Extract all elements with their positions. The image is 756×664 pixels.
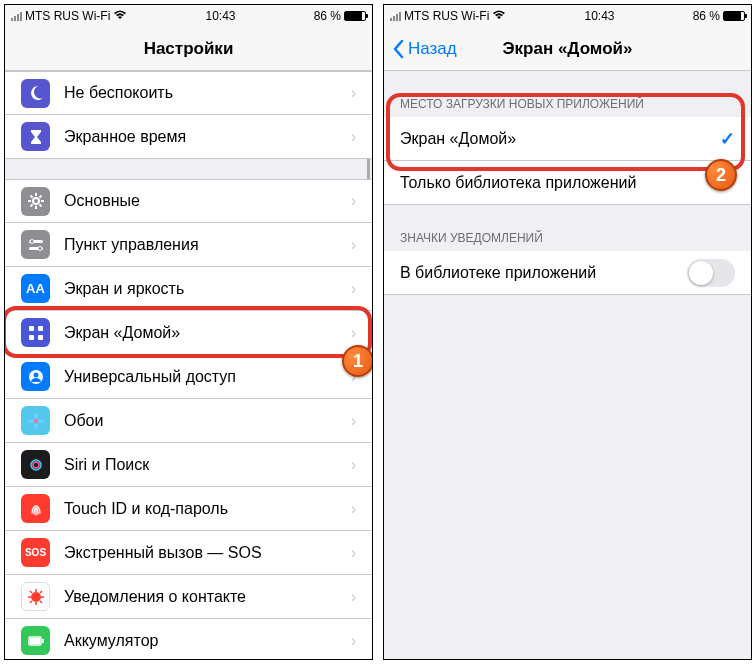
row-label: Только библиотека приложений	[400, 174, 735, 192]
row-label: Обои	[64, 412, 345, 430]
settings-row[interactable]: Пункт управления›	[5, 223, 372, 267]
chevron-right-icon: ›	[351, 192, 356, 210]
status-bar: MTS RUS Wi-Fi 10:43 86 %	[384, 5, 751, 27]
toggle-switch[interactable]	[687, 259, 735, 287]
row-label: Уведомления о контакте	[64, 588, 345, 606]
phone-right: MTS RUS Wi-Fi 10:43 86 % Назад Экран «До…	[383, 4, 752, 660]
settings-row[interactable]: Обои›	[5, 399, 372, 443]
svg-line-24	[30, 591, 32, 593]
svg-point-19	[31, 592, 41, 602]
chevron-right-icon: ›	[351, 128, 356, 146]
settings-row[interactable]: AAЭкран и яркость›	[5, 267, 372, 311]
row-label: Основные	[64, 192, 345, 210]
row-label: Пункт управления	[64, 236, 345, 254]
row-label: Аккумулятор	[64, 632, 345, 650]
chevron-right-icon: ›	[351, 632, 356, 650]
chevron-right-icon: ›	[351, 84, 356, 102]
svg-rect-6	[38, 326, 43, 331]
chevron-left-icon	[392, 39, 404, 59]
status-bar: MTS RUS Wi-Fi 10:43 86 %	[5, 5, 372, 27]
settings-row[interactable]: SOSЭкстренный вызов — SOS›	[5, 531, 372, 575]
chevron-right-icon: ›	[351, 324, 356, 342]
row-label: Экстренный вызов — SOS	[64, 544, 345, 562]
svg-point-4	[38, 246, 42, 250]
svg-point-15	[38, 419, 44, 423]
settings-row[interactable]: Универсальный доступ›	[5, 355, 372, 399]
settings-row[interactable]: Уведомления о контакте›	[5, 575, 372, 619]
page-title: Настройки	[144, 39, 234, 59]
fingerprint-icon	[21, 494, 50, 523]
battery-icon	[21, 626, 50, 655]
time-label: 10:43	[205, 9, 235, 23]
settings-list[interactable]: Не беспокоить›Экранное время›Основные›Пу…	[5, 71, 372, 659]
chevron-right-icon: ›	[351, 500, 356, 518]
gear-icon	[21, 187, 50, 216]
wifi-icon	[113, 9, 127, 23]
svg-point-13	[34, 423, 38, 429]
battery-icon	[344, 11, 366, 21]
settings-row[interactable]: Экранное время›	[5, 115, 372, 159]
option-row[interactable]: Только библиотека приложений	[384, 161, 751, 205]
row-label: Не беспокоить	[64, 84, 345, 102]
row-label: Экран и яркость	[64, 280, 345, 298]
chevron-right-icon: ›	[351, 456, 356, 474]
person-icon	[21, 362, 50, 391]
section-header: ЗНАЧКИ УВЕДОМЛЕНИЙ	[384, 225, 751, 251]
svg-line-25	[40, 601, 42, 603]
row-label: Экран «Домой»	[64, 324, 345, 342]
settings-row[interactable]: Основные›	[5, 179, 372, 223]
settings-row[interactable]: Аккумулятор›	[5, 619, 372, 659]
chevron-right-icon: ›	[351, 544, 356, 562]
phone-left: MTS RUS Wi-Fi 10:43 86 % Настройки Не бе…	[4, 4, 373, 660]
row-label: Touch ID и код-пароль	[64, 500, 345, 518]
hourglass-icon	[21, 122, 50, 151]
svg-point-11	[34, 419, 38, 423]
annotation-marker: 1	[342, 345, 372, 377]
time-label: 10:43	[584, 9, 614, 23]
option-row[interactable]: В библиотеке приложений	[384, 251, 751, 295]
signal-icon	[11, 11, 22, 21]
battery-pct: 86 %	[693, 9, 720, 23]
carrier-label: MTS RUS Wi-Fi	[25, 9, 110, 23]
nav-bar: Настройки	[5, 27, 372, 71]
svg-line-27	[30, 601, 32, 603]
row-label: Экран «Домой»	[400, 130, 720, 148]
back-button[interactable]: Назад	[392, 39, 457, 59]
page-title: Экран «Домой»	[502, 39, 632, 59]
row-label: В библиотеке приложений	[400, 264, 687, 282]
virus-icon	[21, 582, 50, 611]
svg-point-0	[33, 198, 39, 204]
home-screen-settings[interactable]: МЕСТО ЗАГРУЗКИ НОВЫХ ПРИЛОЖЕНИЙЭкран «До…	[384, 71, 751, 659]
grid-icon	[21, 318, 50, 347]
battery-pct: 86 %	[314, 9, 341, 23]
settings-row[interactable]: Siri и Поиск›	[5, 443, 372, 487]
svg-rect-8	[38, 335, 43, 340]
checkmark-icon: ✓	[720, 128, 735, 150]
svg-point-2	[30, 239, 34, 243]
signal-icon	[390, 11, 401, 21]
svg-point-14	[28, 419, 34, 423]
settings-row[interactable]: Экран «Домой»›	[5, 311, 372, 355]
settings-row[interactable]: Touch ID и код-пароль›	[5, 487, 372, 531]
svg-point-10	[33, 372, 38, 377]
siri-icon	[21, 450, 50, 479]
battery-icon	[723, 11, 745, 21]
svg-point-12	[34, 413, 38, 419]
back-label: Назад	[408, 39, 457, 59]
svg-rect-30	[30, 638, 40, 644]
carrier-label: MTS RUS Wi-Fi	[404, 9, 489, 23]
settings-row[interactable]: Не беспокоить›	[5, 71, 372, 115]
chevron-right-icon: ›	[351, 236, 356, 254]
chevron-right-icon: ›	[351, 412, 356, 430]
svg-line-26	[40, 591, 42, 593]
row-label: Экранное время	[64, 128, 345, 146]
svg-rect-5	[29, 326, 34, 331]
option-row[interactable]: Экран «Домой»✓	[384, 117, 751, 161]
switches-icon	[21, 230, 50, 259]
chevron-right-icon: ›	[351, 280, 356, 298]
flower-icon	[21, 406, 50, 435]
annotation-marker: 2	[705, 159, 737, 191]
section-header: МЕСТО ЗАГРУЗКИ НОВЫХ ПРИЛОЖЕНИЙ	[384, 91, 751, 117]
moon-icon	[21, 79, 50, 108]
svg-rect-7	[29, 335, 34, 340]
